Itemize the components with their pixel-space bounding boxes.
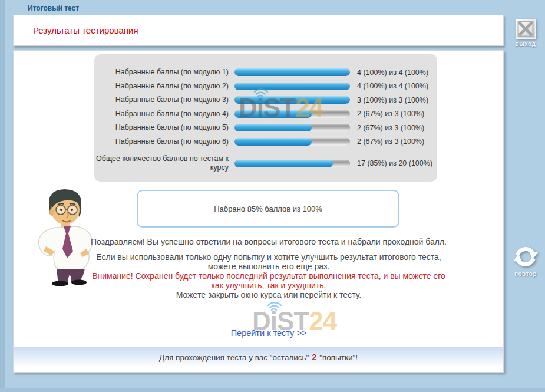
closing-text: Можете закрыть окно курса или перейти к … [88, 290, 449, 299]
result-row: Общее количество баллов по тестам к курс… [94, 153, 437, 174]
congrats-text: Поздравляем! Вы успешно ответили на вопр… [88, 237, 449, 246]
result-row-value: 17 (85%) из 20 (100%) [357, 159, 432, 167]
progress-bar-track [234, 138, 350, 146]
score-box: Набрано 85% баллов из 100% [137, 190, 399, 228]
result-row-label: Набранные баллы (по модулю 2) [94, 82, 234, 91]
result-row-value: 2 (67%) из 3 (100%) [357, 124, 424, 132]
result-row-value: 2 (67%) из 3 (100%) [357, 137, 424, 146]
result-row-value: 4 (100%) из 4 (100%) [357, 68, 428, 77]
result-row-label: Набранные баллы (по модулю 1) [94, 68, 234, 77]
score-box-text: Набрано 85% баллов из 100% [214, 205, 322, 213]
result-row: Набранные баллы (по модулю 3) 3 (100%) и… [94, 93, 437, 107]
progress-bar-track [234, 160, 350, 167]
header-panel: Результаты тестирования [13, 15, 504, 46]
result-row: Набранные баллы (по модулю 5) 2 (67%) из… [94, 121, 437, 135]
test-results-screen: Итоговый тест Результаты тестирования вы… [0, 0, 545, 392]
go-to-test-link[interactable]: Перейти к тесту >> [231, 328, 307, 338]
progress-bar-fill [234, 160, 333, 167]
result-row-label: Набранные баллы (по модулю 6) [94, 137, 234, 146]
progress-bar-track [234, 68, 350, 76]
result-row: Набранные баллы (по модулю 2) 4 (100%) и… [94, 80, 437, 94]
progress-bar-fill [234, 83, 350, 90]
close-icon[interactable] [516, 19, 536, 39]
refresh-icon [512, 244, 539, 269]
progress-bar-fill [234, 96, 350, 104]
warning-text: Внимание! Сохранен будет только последни… [88, 271, 449, 290]
window-left-edge [0, 0, 5, 392]
result-row-value: 2 (67%) из 3 (100%) [357, 110, 424, 118]
result-row: Набранные баллы (по модулю 1) 4 (100%) и… [94, 65, 437, 80]
progress-bar-fill [234, 138, 312, 146]
window-title: Итоговый тест [28, 4, 79, 12]
result-messages: Поздравляем! Вы успешно ответили на вопр… [88, 237, 449, 299]
result-row: Набранные баллы (по модулю 6) 2 (67%) из… [94, 135, 437, 149]
progress-bar-track [234, 96, 350, 104]
progress-bar-fill [234, 110, 312, 118]
progress-bar-fill [234, 124, 312, 131]
attempts-bar: Для прохождения теста у вас "остались"2"… [14, 347, 503, 367]
repeat-button-label[interactable]: повтор [508, 271, 543, 277]
attempts-suffix: "попытки"! [319, 353, 358, 362]
progress-bar-track [234, 124, 350, 131]
result-row-value: 4 (100%) из 4 (100%) [357, 82, 428, 90]
exit-button-label[interactable]: выход [508, 41, 543, 47]
exit-button[interactable]: выход [508, 19, 543, 47]
result-row-label: Набранные баллы (по модулю 5) [94, 123, 234, 132]
attempts-count: 2 [312, 353, 316, 362]
repeat-button[interactable]: повтор [508, 244, 543, 277]
result-row-value: 3 (100%) из 3 (100%) [357, 96, 428, 104]
page-title: Результаты тестирования [33, 25, 138, 35]
result-row-label: Общее количество баллов по тестам к курс… [94, 154, 234, 172]
result-row-label: Набранные баллы (по модулю 4) [94, 110, 234, 118]
progress-bar-track [234, 110, 350, 118]
progress-bar-fill [234, 68, 350, 76]
window-bottom-edge [0, 388, 545, 392]
result-row: Набранные баллы (по модулю 4) 2 (67%) из… [94, 107, 437, 121]
progress-bar-track [234, 83, 350, 90]
result-row-label: Набранные баллы (по модулю 3) [94, 95, 234, 104]
attempts-prefix: Для прохождения теста у вас "остались" [159, 353, 309, 362]
retry-info-text: Если вы использовали только одну попытку… [88, 252, 449, 271]
results-panel: Набранные баллы (по модулю 1) 4 (100%) и… [94, 54, 437, 182]
go-to-test-link-row: Перейти к тесту >> [88, 328, 449, 338]
